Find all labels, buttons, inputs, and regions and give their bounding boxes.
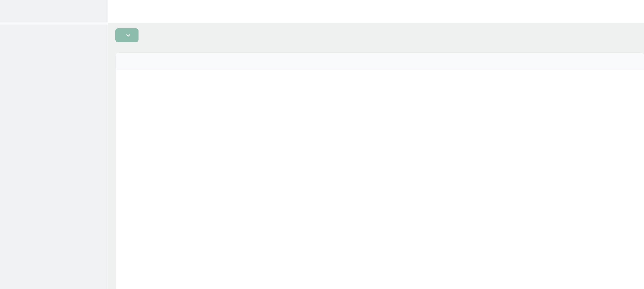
sidebar [0,0,108,289]
app-root [0,0,644,289]
cases-table [115,52,644,289]
actions-button[interactable] [115,28,138,42]
chevron-down-icon [125,32,131,38]
blurred-content-region [136,70,388,260]
sidebar-section-bottom [0,25,108,289]
table-header-row [116,53,644,70]
sidebar-section-content [0,21,108,25]
brand-logo [0,0,104,21]
main-area [108,0,644,289]
sidebar-section-top [0,0,108,21]
blurred-skeleton [136,70,388,260]
content-area [108,23,644,289]
page-header [108,0,644,23]
